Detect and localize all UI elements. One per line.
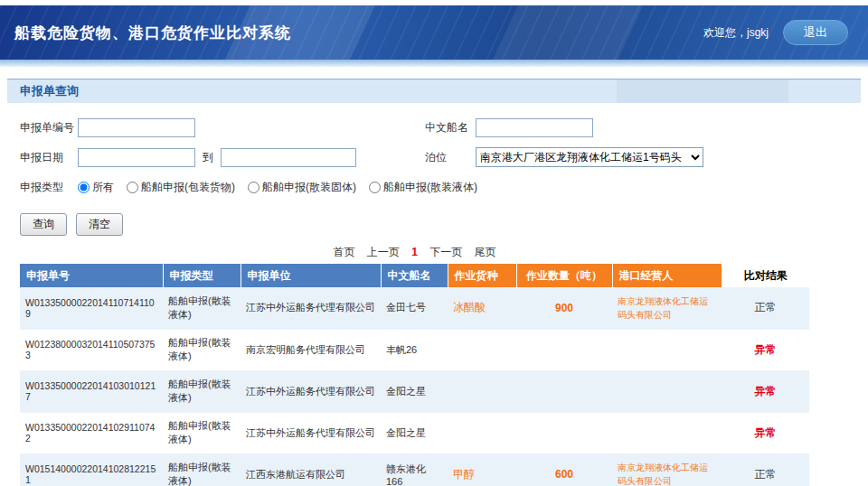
cell-cargo-type: 甲醇 <box>448 453 516 486</box>
cell-declaration-no: W012380000320141105073753 <box>20 329 163 370</box>
cell-declaration-type: 船舶申报(散装液体) <box>163 329 241 370</box>
cell-declaration-unit: 江苏中外运船务代理有限公司 <box>241 287 381 329</box>
declaration-no-label: 申报单编号 <box>20 120 78 136</box>
type-radio-packaged[interactable] <box>127 182 138 193</box>
result-text: 正常 <box>755 468 777 481</box>
cell-declaration-type: 船舶申报(散装液体) <box>163 412 241 453</box>
date-to-input[interactable] <box>221 148 356 167</box>
cell-compare-result: 正常 <box>722 287 809 329</box>
app-title: 船载危险货物、港口危货作业比对系统 <box>14 23 291 43</box>
cell-declaration-type: 船舶申报(散装液体) <box>163 287 241 329</box>
cell-port-operator: 南京龙翔液体化工储运码头有限公司 <box>612 453 722 486</box>
declaration-type-radio-group: 所有 船舶申报(包装货物) 船舶申报(散装固体) 船舶申报(散装液体) <box>78 180 477 195</box>
page-prev-link[interactable]: 上一页 <box>367 246 400 258</box>
declaration-no-input[interactable] <box>78 118 195 137</box>
welcome-text: 欢迎您，jsgkj <box>703 25 769 41</box>
table-row: W013350000220141030101217 船舶申报(散装液体) 江苏中… <box>20 370 809 412</box>
clear-button[interactable]: 清空 <box>76 213 123 236</box>
header-declaration-no: 申报单号 <box>20 264 163 287</box>
cell-compare-result: 异常 <box>722 370 809 412</box>
cell-declaration-no: W013350000220141030101217 <box>20 370 163 412</box>
pagination: 首页 上一页 1 下一页 尾页 <box>20 245 809 260</box>
results-table: 申报单号 申报类型 申报单位 中文船名 作业货种 作业数量（吨） 港口经营人 比… <box>20 264 809 486</box>
page-last-link[interactable]: 尾页 <box>475 246 496 258</box>
header-port-operator: 港口经营人 <box>612 264 722 287</box>
cell-port-operator <box>612 412 722 453</box>
type-option-packaged[interactable]: 船舶申报(包装货物) <box>127 180 235 195</box>
result-text: 异常 <box>755 343 777 356</box>
cell-cargo-type <box>448 329 516 370</box>
cell-cargo-type <box>448 412 516 453</box>
type-option-bulk-solid-label: 船舶申报(散装固体) <box>262 180 356 195</box>
cell-ship-name: 金田七号 <box>381 287 448 329</box>
ship-name-input[interactable] <box>476 118 593 137</box>
cell-compare-result: 正常 <box>722 453 809 486</box>
cell-declaration-unit: 南京宏明船务代理有限公司 <box>241 329 381 370</box>
page-first-link[interactable]: 首页 <box>333 246 354 258</box>
cell-cargo-type: 冰醋酸 <box>448 287 516 329</box>
date-from-input[interactable] <box>78 148 195 167</box>
cell-declaration-unit: 江苏中外运船务代理有限公司 <box>241 412 381 453</box>
cell-declaration-unit: 江苏中外运船务代理有限公司 <box>241 370 381 412</box>
type-label: 申报类型 <box>20 180 78 195</box>
header-ship-name: 中文船名 <box>381 264 448 287</box>
cell-ship-name: 赣东港化166 <box>381 453 448 486</box>
result-text: 异常 <box>755 426 777 439</box>
type-radio-all[interactable] <box>78 182 90 193</box>
form-buttons: 查询 清空 <box>20 213 868 236</box>
cell-declaration-unit: 江西东港航运有限公司 <box>241 453 381 486</box>
banner-gradient-strip <box>0 60 868 67</box>
form-row-3: 申报类型 所有 船舶申报(包装货物) 船舶申报(散装固体) 船舶申报(散装液体) <box>20 177 868 197</box>
type-option-packaged-label: 船舶申报(包装货物) <box>141 180 235 195</box>
result-text: 正常 <box>755 301 777 313</box>
query-button[interactable]: 查询 <box>20 213 67 236</box>
type-option-all[interactable]: 所有 <box>78 180 114 195</box>
header-cargo-type: 作业货种 <box>448 264 516 287</box>
type-option-bulk-solid[interactable]: 船舶申报(散装固体) <box>248 180 356 195</box>
cell-ship-name: 金阳之星 <box>381 370 448 412</box>
ship-name-group: 中文船名 <box>425 117 593 137</box>
section-header-right-segment <box>617 79 788 103</box>
page-current: 1 <box>411 246 418 258</box>
header-declaration-type: 申报类型 <box>163 264 241 287</box>
header-quantity: 作业数量（吨） <box>516 264 612 287</box>
top-banner: 船载危险货物、港口危货作业比对系统 欢迎您，jsgkj 退出 <box>0 5 868 60</box>
type-radio-bulk-liquid[interactable] <box>369 182 381 193</box>
date-label: 申报日期 <box>20 150 78 165</box>
section-title: 申报单查询 <box>7 83 79 99</box>
type-option-bulk-liquid-label: 船舶申报(散装液体) <box>383 180 477 195</box>
cell-quantity <box>516 370 612 412</box>
type-option-all-label: 所有 <box>92 180 114 195</box>
type-option-bulk-liquid[interactable]: 船舶申报(散装液体) <box>369 180 477 195</box>
query-form: 申报单编号 中文船名 申报日期 到 泊位 南京港大厂港区龙翔液体化工储运1号码头… <box>0 103 868 236</box>
cell-quantity: 600 <box>516 453 612 486</box>
form-row-2: 申报日期 到 泊位 南京港大厂港区龙翔液体化工储运1号码头 <box>20 147 868 167</box>
cell-declaration-type: 船舶申报(散装液体) <box>163 453 241 486</box>
table-row: W015140000220141028122151 船舶申报(散装液体) 江西东… <box>20 453 809 486</box>
results-table-header: 申报单号 申报类型 申报单位 中文船名 作业货种 作业数量（吨） 港口经营人 比… <box>20 264 809 287</box>
cell-quantity <box>516 329 612 370</box>
berth-select[interactable]: 南京港大厂港区龙翔液体化工储运1号码头 <box>476 147 703 167</box>
result-text: 异常 <box>755 385 777 397</box>
berth-label: 泊位 <box>425 150 476 165</box>
form-row-1: 申报单编号 中文船名 <box>20 117 868 137</box>
cell-declaration-type: 船舶申报(散装液体) <box>163 370 241 412</box>
cell-compare-result: 异常 <box>722 329 809 370</box>
cell-quantity <box>516 412 612 453</box>
berth-group: 泊位 南京港大厂港区龙翔液体化工储运1号码头 <box>425 147 703 167</box>
cell-port-operator: 南京龙翔液体化工储运码头有限公司 <box>612 287 722 329</box>
cell-ship-name: 金阳之星 <box>381 412 448 453</box>
type-radio-bulk-solid[interactable] <box>248 182 259 193</box>
page-next-link[interactable]: 下一页 <box>429 246 462 258</box>
header-compare-result: 比对结果 <box>722 264 809 287</box>
cell-quantity: 900 <box>516 287 612 329</box>
logout-button[interactable]: 退出 <box>783 20 848 45</box>
cell-ship-name: 丰帆26 <box>381 329 448 370</box>
table-row: W013350000220141107141109 船舶申报(散装液体) 江苏中… <box>20 287 809 329</box>
banner-right: 欢迎您，jsgkj 退出 <box>703 20 848 45</box>
section-header-bar: 申报单查询 <box>7 79 861 103</box>
ship-name-label: 中文船名 <box>425 120 476 136</box>
table-row: W013350000220141029110742 船舶申报(散装液体) 江苏中… <box>20 412 809 453</box>
date-to-separator: 到 <box>203 150 213 165</box>
cell-declaration-no: W013350000220141029110742 <box>20 412 163 453</box>
